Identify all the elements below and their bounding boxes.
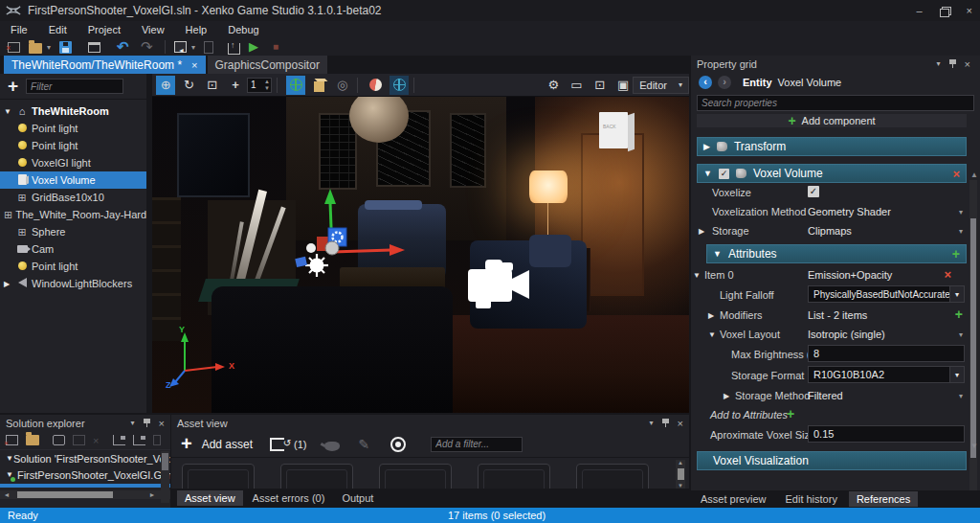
expander-icon[interactable]: ▼ [713, 249, 722, 259]
tab-output[interactable]: Output [334, 490, 381, 506]
tree-item-voxelgi-light[interactable]: VoxelGI light [0, 154, 146, 171]
chevron-down-icon[interactable]: ▾ [131, 419, 135, 427]
light-falloff-combobox[interactable]: PhysicallyBasedButNotAccurate ▾ [808, 285, 965, 303]
tab-edit-history[interactable]: Edit history [777, 491, 844, 507]
add-folder-icon[interactable] [26, 435, 39, 445]
scale-tool-icon[interactable]: ⊡ [203, 76, 222, 95]
tree-item-sphere[interactable]: ⊞ Sphere [0, 223, 146, 240]
transform-gizmo[interactable] [294, 187, 409, 292]
solution-project-row[interactable]: ▼ FirstPersonShooter_VoxelGI.Gar [0, 466, 170, 483]
chevron-down-icon[interactable]: ▾ [959, 392, 963, 400]
chevron-down-icon[interactable]: ▾ [959, 227, 963, 236]
tree-item-voxel-volume[interactable]: Voxel Volume [0, 171, 146, 189]
preview-eye-icon[interactable] [390, 437, 406, 452]
asset-vertical-scrollbar[interactable]: ▲ ▼ [676, 460, 685, 489]
menu-edit[interactable]: Edit [38, 21, 78, 38]
open-dropdown-icon[interactable]: ▾ [47, 43, 51, 52]
pin-icon[interactable] [949, 59, 956, 69]
visibility-icon[interactable]: ◎ [332, 76, 351, 95]
snap-tool-icon[interactable]: + [226, 76, 245, 95]
expander-icon[interactable]: ▼ [708, 330, 716, 339]
new-project-icon[interactable] [8, 42, 20, 53]
chevron-down-icon[interactable]: ▾ [949, 286, 964, 302]
move-tool-icon[interactable]: ⊕ [156, 76, 175, 95]
save-icon[interactable] [59, 41, 72, 54]
storage-method-combo[interactable]: Filtered [808, 390, 843, 401]
scroll-down-icon[interactable]: ▼ [970, 442, 978, 450]
property-search-input[interactable] [697, 95, 974, 111]
expander-icon[interactable]: ▶ [703, 142, 710, 151]
wireframe-globe-icon[interactable] [390, 76, 409, 95]
tab-graphicscompositor[interactable]: GraphicsCompositor [208, 56, 327, 74]
tree-item-point-light[interactable]: Point light [0, 137, 146, 154]
section-voxel-visualization[interactable]: Voxel Visualization [697, 451, 967, 470]
add-asset-button[interactable]: Add asset [202, 438, 253, 451]
undo-icon[interactable]: ↶ [117, 39, 132, 55]
component-enabled-checkbox[interactable]: ✓ [719, 169, 729, 179]
add-attribute-icon[interactable]: + [952, 246, 960, 262]
camera-options-icon[interactable]: ▣ [613, 76, 633, 95]
tab-asset-preview[interactable]: Asset preview [693, 491, 773, 507]
tree-item-gridbase[interactable]: ⊞ GridBase10x10 [0, 189, 146, 206]
add-entity-button[interactable]: + [8, 76, 18, 97]
title-bar[interactable]: FirstPersonShooter_VoxelGI.sln - Xenko G… [0, 0, 980, 21]
chevron-down-icon[interactable]: ▾ [937, 59, 941, 68]
minimize-button[interactable]: – [916, 5, 922, 16]
camera-gizmo[interactable] [466, 256, 531, 315]
expander-icon[interactable]: ▶ [724, 392, 729, 400]
add-asset-icon[interactable]: + [181, 433, 192, 455]
rotate-tool-icon[interactable]: ↻ [179, 76, 198, 95]
world-space-icon[interactable] [286, 76, 305, 95]
storage-format-combobox[interactable]: R10G10B10A2 ▾ [808, 366, 965, 383]
pin-icon[interactable] [144, 419, 150, 428]
chevron-down-icon[interactable]: ▾ [959, 330, 963, 339]
tab-close-icon[interactable]: × [191, 59, 197, 71]
background-cube[interactable]: BACK [599, 112, 628, 148]
tree-item-point-light[interactable]: Point light [0, 120, 146, 137]
tab-asset-errors[interactable]: Asset errors (0) [245, 490, 333, 506]
expander-icon[interactable]: ▼ [6, 454, 13, 463]
tree-item-point-light[interactable]: Point light [0, 258, 146, 275]
property-grid-scrollbar[interactable] [969, 180, 977, 523]
vertical-scrollbar[interactable] [161, 451, 169, 503]
open-folder-icon[interactable] [29, 43, 42, 54]
tab-references[interactable]: References [849, 491, 918, 507]
voxelization-method-combo[interactable]: Geometry Shader [808, 206, 891, 217]
tab-thewhiteroom[interactable]: TheWhiteRoom/TheWhiteRoom * × [4, 56, 206, 74]
tree-item-white-room-model[interactable]: ⊞ The_White_Room-Jay-Hardy [0, 206, 146, 223]
expander-icon[interactable]: ▼ [4, 107, 15, 116]
voxelize-checkbox[interactable]: ✓ [808, 186, 819, 197]
scene-filter-input[interactable] [26, 79, 123, 94]
horizontal-scrollbar[interactable]: ◄ ► [0, 490, 170, 499]
solution-explorer-title-bar[interactable]: Solution explorer ▾ × [0, 415, 170, 431]
render-mode-icon[interactable] [367, 76, 386, 95]
expander-icon[interactable]: ▼ [703, 169, 712, 178]
section-voxel-volume[interactable]: ▼ ✓ Voxel Volume × [697, 164, 967, 183]
add-to-attributes-icon[interactable]: + [787, 406, 794, 421]
collapse-all-icon[interactable] [113, 435, 125, 445]
install-package-icon[interactable] [228, 43, 240, 55]
restore-button[interactable] [940, 7, 949, 15]
menu-view[interactable]: View [131, 21, 175, 38]
section-transform[interactable]: ▶ Transform [697, 137, 967, 156]
tab-asset-view[interactable]: Asset view [177, 490, 243, 506]
expander-icon[interactable]: ▼ [693, 271, 701, 280]
menu-help[interactable]: Help [175, 21, 218, 38]
window-layout-icon[interactable] [88, 42, 100, 53]
item0-combo[interactable]: Emission+Opacity [808, 269, 892, 281]
max-brightness-input[interactable] [808, 345, 965, 362]
tree-root-thewhiteroom[interactable]: ▼ ⌂ TheWhiteRoom [0, 102, 146, 120]
asset-view-title-bar[interactable]: Asset view ▾ × [171, 415, 689, 431]
attach-dropdown-icon[interactable]: ▾ [191, 43, 195, 52]
nav-back-button[interactable]: ‹ [699, 76, 712, 89]
close-icon[interactable]: × [159, 418, 165, 429]
attach-process-icon[interactable] [174, 41, 187, 53]
remove-component-icon[interactable]: × [952, 167, 960, 181]
asset-filter-input[interactable] [431, 437, 523, 452]
export-icon[interactable] [270, 438, 284, 451]
scroll-up-icon[interactable]: ▲ [970, 171, 978, 179]
close-icon[interactable]: × [678, 418, 683, 429]
expander-icon[interactable]: ▶ [4, 280, 15, 288]
snap-value-input[interactable] [248, 80, 265, 90]
settings-gear-icon[interactable]: ⚙ [544, 76, 563, 95]
